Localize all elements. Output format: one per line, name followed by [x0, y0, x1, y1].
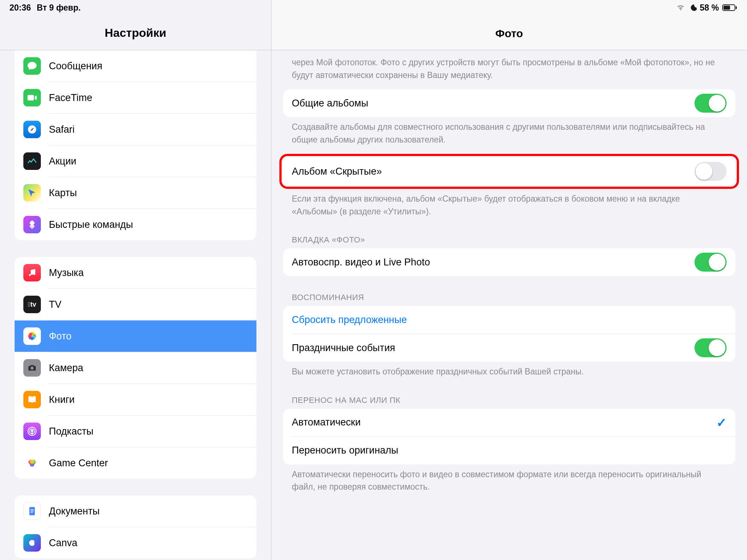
row-label: Сбросить предложенные: [292, 314, 407, 326]
hidden-album-toggle[interactable]: [694, 162, 727, 181]
battery-icon: [722, 4, 738, 11]
svg-rect-20: [31, 511, 34, 512]
photos-icon: [23, 327, 41, 345]
shared-albums-row[interactable]: Общие альбомы: [283, 89, 735, 117]
sidebar-item-stocks[interactable]: Акции: [15, 145, 256, 177]
transfer-header: ПЕРЕНОС НА MAC ИЛИ ПК: [283, 386, 735, 409]
sidebar-group-apps-3: Документы Canva: [15, 495, 256, 559]
messages-icon: [23, 57, 41, 75]
checkmark-icon: ✓: [716, 415, 727, 430]
sidebar-item-label: Сообщения: [49, 61, 102, 72]
hidden-album-group: Альбом «Скрытые»: [283, 158, 735, 185]
sidebar-group-apps-1: Сообщения FaceTime Safari Акции Карты: [15, 50, 256, 240]
music-icon: [23, 264, 41, 281]
photos-tab-header: ВКЛАДКА «ФОТО»: [283, 226, 735, 248]
svg-point-13: [31, 430, 33, 432]
autoplay-toggle[interactable]: [694, 253, 727, 272]
row-label: Праздничные события: [292, 342, 395, 354]
sidebar-item-music[interactable]: Музыка: [15, 257, 256, 288]
sidebar-item-label: Книги: [49, 394, 75, 405]
svg-rect-24: [736, 6, 737, 9]
sidebar-item-label: Быстрые команды: [49, 219, 133, 230]
sidebar-item-podcasts[interactable]: Подкасты: [15, 416, 256, 447]
sidebar-item-label: Canva: [49, 537, 77, 549]
status-bar: 20:36 Вт 9 февр. 58 %: [0, 0, 747, 15]
sidebar-item-label: Музыка: [49, 267, 84, 279]
sidebar-item-label: Подкасты: [49, 426, 93, 437]
sidebar-item-label: Фото: [49, 331, 71, 342]
autoplay-row[interactable]: Автовоспр. видео и Live Photo: [283, 248, 735, 276]
sidebar-item-tv[interactable]: tv TV: [15, 289, 256, 320]
stocks-icon: [23, 152, 41, 170]
hidden-album-footer: Если эта функция включена, альбом «Скрыт…: [283, 189, 735, 226]
safari-icon: [23, 121, 41, 138]
shared-albums-toggle[interactable]: [694, 94, 727, 113]
shortcuts-icon: [23, 216, 41, 233]
transfer-auto-row[interactable]: Автоматически ✓: [283, 409, 735, 436]
svg-rect-21: [31, 512, 33, 513]
podcasts-icon: [23, 423, 41, 440]
sidebar-item-label: Safari: [49, 124, 75, 135]
camera-icon: [23, 359, 41, 377]
sidebar-item-label: Документы: [49, 506, 100, 517]
sidebar-item-label: TV: [49, 299, 62, 310]
photos-tab-group: Автовоспр. видео и Live Photo: [283, 248, 735, 276]
sidebar-item-photos[interactable]: Фото: [15, 320, 256, 352]
sidebar-item-label: Камера: [49, 362, 83, 374]
status-battery-percent: 58 %: [700, 3, 719, 13]
maps-icon: [23, 184, 41, 202]
sidebar-item-label: FaceTime: [49, 92, 92, 104]
shared-albums-footer: Создавайте альбомы для совместного испол…: [283, 117, 735, 154]
shared-albums-group: Общие альбомы: [283, 89, 735, 117]
sidebar-title: Настройки: [105, 26, 166, 40]
sidebar-item-safari[interactable]: Safari: [15, 114, 256, 145]
row-label: Автовоспр. видео и Live Photo: [292, 257, 430, 268]
sidebar-item-label: Карты: [49, 187, 77, 199]
reset-suggested-row[interactable]: Сбросить предложенные: [283, 306, 735, 334]
status-time: 20:36: [9, 3, 31, 13]
status-date: Вт 9 февр.: [37, 3, 81, 13]
gamecenter-icon: [23, 454, 41, 472]
sidebar-item-maps[interactable]: Карты: [15, 177, 256, 209]
sidebar-item-facetime[interactable]: FaceTime: [15, 82, 256, 113]
transfer-footer: Автоматически переносить фото и видео в …: [283, 464, 735, 501]
documents-icon: [23, 502, 41, 520]
memories-group: Сбросить предложенные Праздничные событи…: [283, 306, 735, 362]
svg-rect-2: [29, 223, 35, 229]
detail-title: Фото: [495, 27, 523, 40]
settings-sidebar: Настройки Сообщения FaceTime Safari: [0, 0, 271, 560]
row-label: Альбом «Скрытые»: [292, 166, 382, 177]
books-icon: [23, 391, 41, 408]
wifi-icon: [676, 4, 685, 11]
svg-rect-19: [31, 509, 34, 510]
sidebar-item-camera[interactable]: Камера: [15, 352, 256, 384]
moon-icon: [689, 4, 697, 12]
sidebar-item-books[interactable]: Книги: [15, 384, 256, 415]
memories-footer: Вы можете установить отображение праздни…: [283, 362, 735, 386]
holiday-events-row[interactable]: Праздничные события: [283, 334, 735, 362]
sidebar-item-label: Акции: [49, 156, 76, 167]
facetime-icon: [23, 89, 41, 106]
holiday-events-toggle[interactable]: [694, 338, 727, 357]
row-label: Переносить оригиналы: [292, 445, 398, 456]
hidden-album-highlight: Альбом «Скрытые»: [279, 154, 739, 189]
row-label: Общие альбомы: [292, 98, 368, 109]
svg-rect-23: [724, 6, 730, 10]
row-label: Автоматически: [292, 417, 361, 428]
tv-icon: tv: [23, 296, 41, 313]
sidebar-item-messages[interactable]: Сообщения: [15, 50, 256, 82]
sidebar-item-label: Game Center: [49, 458, 108, 469]
canva-icon: [23, 534, 41, 552]
hidden-album-row[interactable]: Альбом «Скрытые»: [283, 158, 735, 185]
sidebar-item-shortcuts[interactable]: Быстрые команды: [15, 209, 256, 240]
sidebar-item-documents[interactable]: Документы: [15, 495, 256, 527]
transfer-group: Автоматически ✓ Переносить оригиналы: [283, 409, 735, 464]
photostream-footer: через Мой фотопоток. Фото с других устро…: [283, 50, 735, 89]
sidebar-item-gamecenter[interactable]: Game Center: [15, 447, 256, 479]
settings-detail: Фото через Мой фотопоток. Фото с других …: [271, 0, 747, 560]
svg-point-17: [30, 459, 35, 464]
transfer-originals-row[interactable]: Переносить оригиналы: [283, 437, 735, 464]
memories-header: ВОСПОМИНАНИЯ: [283, 276, 735, 306]
sidebar-item-canva[interactable]: Canva: [15, 527, 256, 559]
sidebar-group-apps-2: Музыка tv TV Фото Камера Книги: [15, 257, 256, 479]
